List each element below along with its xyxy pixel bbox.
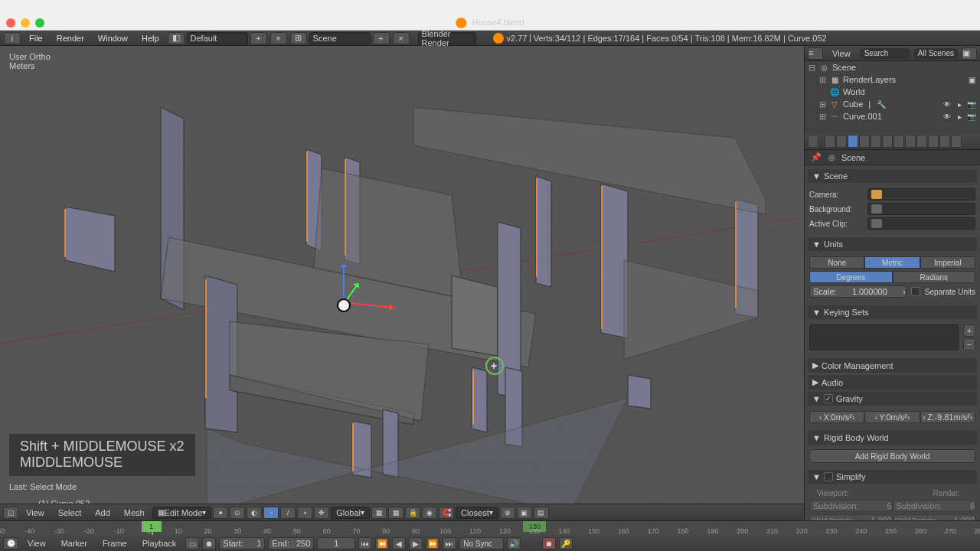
autokey-icon[interactable]: ⏺: [202, 537, 216, 549]
menu-window[interactable]: Window: [92, 32, 134, 44]
keying-sets-list[interactable]: [809, 324, 959, 350]
subdivision-viewport-field[interactable]: Subdivision:6: [809, 500, 893, 512]
unit-imperial-button[interactable]: Imperial: [920, 256, 975, 269]
panel-scene-header[interactable]: ▼ Scene: [808, 169, 977, 183]
panel-units-header[interactable]: ▼ Units: [808, 237, 977, 251]
simplify-checkbox[interactable]: [824, 472, 833, 481]
tab-render[interactable]: [825, 135, 835, 148]
jump-end-icon[interactable]: ⏭: [443, 537, 456, 549]
tab-renderlayers[interactable]: [836, 135, 847, 148]
menu-file[interactable]: File: [23, 32, 49, 44]
tab-data[interactable]: [905, 135, 916, 148]
menu-render[interactable]: Render: [51, 32, 90, 44]
panel-simplify-header[interactable]: ▼ Simplify: [808, 470, 977, 484]
add-rigidbody-button[interactable]: Add Rigid Body World: [809, 449, 975, 463]
keyframe-next-icon[interactable]: ⏩: [426, 537, 439, 549]
field-camera[interactable]: [867, 188, 975, 201]
childpart-viewport-field[interactable]: Child Particle:1.000: [809, 514, 893, 520]
shading-solid-icon[interactable]: ●: [213, 507, 228, 519]
viewport-menu-select[interactable]: Select: [52, 507, 88, 519]
viewport-menu-mesh[interactable]: Mesh: [118, 507, 151, 519]
eye-icon[interactable]: 👁: [942, 111, 952, 122]
restrict-icon[interactable]: ▣: [966, 74, 977, 85]
scene-browse-icon[interactable]: ⊞: [290, 32, 307, 44]
panel-gravity-header[interactable]: ▼ Gravity: [808, 392, 977, 406]
manipulator-icon[interactable]: ✥: [314, 507, 329, 519]
timeline-menu-playback[interactable]: Playback: [136, 537, 183, 549]
outliner-view-menu[interactable]: View: [826, 47, 857, 60]
keying-add-button[interactable]: +: [963, 324, 975, 337]
autokey-record-icon[interactable]: ⏺: [542, 537, 556, 549]
editor-type-icon[interactable]: ◱: [3, 507, 18, 519]
tree-scene[interactable]: Scene: [832, 63, 856, 72]
scene-add-icon[interactable]: +: [373, 32, 390, 44]
panel-audio-header[interactable]: ▶ Audio: [808, 375, 977, 390]
cursor-icon[interactable]: ▸: [954, 111, 965, 122]
3d-viewport[interactable]: User Ortho Meters: [0, 46, 804, 520]
prop-edit-icon[interactable]: ◉: [422, 507, 437, 519]
edge-select-icon[interactable]: /: [280, 507, 296, 519]
panel-colormgmt-header[interactable]: ▶ Color Management: [808, 358, 977, 373]
timeline-menu-view[interactable]: View: [21, 537, 52, 549]
panel-keying-header[interactable]: ▼ Keying Sets: [808, 305, 977, 319]
layers2-icon[interactable]: ▦: [388, 507, 403, 519]
renderer-selector[interactable]: Blender Render: [418, 32, 476, 44]
timeline-menu-frame[interactable]: Frame: [96, 537, 133, 549]
gizmo-z-axis[interactable]: [343, 264, 345, 298]
mode-selector[interactable]: ▦ Edit Mode ▾: [152, 507, 212, 519]
tab-object[interactable]: [871, 135, 881, 148]
eye-icon[interactable]: 👁: [942, 99, 952, 109]
layout-prev-icon[interactable]: ◧: [168, 32, 185, 44]
angle-radians-button[interactable]: Radians: [893, 271, 976, 283]
maximize-window-button[interactable]: [35, 18, 44, 28]
snap-mode-selector[interactable]: Closest ▾: [456, 507, 498, 519]
tab-constraints[interactable]: [882, 135, 893, 148]
gravity-y-field[interactable]: ‹ Y: 0m/s² ›: [864, 411, 920, 423]
keyframe-prev-icon[interactable]: ⏪: [375, 537, 389, 549]
field-activeclip[interactable]: [867, 217, 975, 230]
unit-metric-button[interactable]: Metric: [864, 256, 920, 269]
transform-gizmo[interactable]: [337, 298, 351, 312]
panel-rigidbody-header[interactable]: ▼ Rigid Body World: [808, 431, 977, 445]
snap-target-icon[interactable]: ⊕: [500, 507, 515, 519]
angle-degrees-button[interactable]: Degrees: [809, 271, 893, 283]
timeline-menu-marker[interactable]: Marker: [55, 537, 93, 549]
render-icon[interactable]: 📷: [966, 111, 977, 122]
tab-physics[interactable]: [951, 135, 962, 148]
separate-units-checkbox[interactable]: [911, 287, 920, 296]
timeline-editor-icon[interactable]: 🕒: [3, 537, 18, 549]
field-background[interactable]: [867, 203, 975, 215]
render-icon[interactable]: ▣: [517, 507, 532, 519]
jump-start-icon[interactable]: ⏮: [358, 537, 372, 549]
play-reverse-icon[interactable]: ◀: [392, 537, 406, 549]
tree-curve[interactable]: Curve.001: [843, 112, 882, 121]
editor-type-icon[interactable]: [808, 135, 818, 148]
tree-cube[interactable]: Cube: [843, 99, 863, 109]
layers-icon[interactable]: ▦: [371, 507, 387, 519]
pin-icon[interactable]: 📌: [811, 152, 822, 162]
current-frame-field[interactable]: 1: [317, 537, 355, 549]
snap-toggle-icon[interactable]: 🧲: [439, 507, 454, 519]
layout-selector[interactable]: Default: [187, 32, 248, 44]
tab-material[interactable]: [916, 135, 927, 148]
lock-icon[interactable]: 🔒: [405, 507, 420, 519]
audio-scrub-icon[interactable]: 🔊: [507, 537, 521, 549]
timeline-ruler[interactable]: 1 130 -50-40-30-20-100102030405060708090…: [0, 521, 980, 535]
outliner-lib-icon[interactable]: ▣: [962, 47, 977, 60]
keying-remove-button[interactable]: −: [963, 338, 975, 350]
minimize-window-button[interactable]: [21, 18, 30, 28]
layout-del-icon[interactable]: ×: [270, 32, 287, 44]
face-select-icon[interactable]: ▪: [297, 507, 312, 519]
gravity-x-field[interactable]: ‹ X: 0m/s² ›: [809, 411, 864, 423]
cursor-icon[interactable]: ▸: [954, 99, 965, 109]
play-icon[interactable]: ▶: [409, 537, 423, 549]
outliner-filter[interactable]: All Scenes: [913, 48, 959, 59]
gravity-z-field[interactable]: ‹ Z:-9.81m/s² ›: [920, 411, 975, 423]
scene-selector[interactable]: Scene: [309, 32, 371, 44]
outliner-search-input[interactable]: Search: [860, 48, 910, 59]
scene-del-icon[interactable]: ×: [393, 32, 410, 44]
layout-add-icon[interactable]: +: [250, 32, 267, 44]
tab-world[interactable]: [859, 135, 870, 148]
keying-set-icon[interactable]: 🔑: [559, 537, 573, 549]
tab-modifiers[interactable]: [893, 135, 904, 148]
